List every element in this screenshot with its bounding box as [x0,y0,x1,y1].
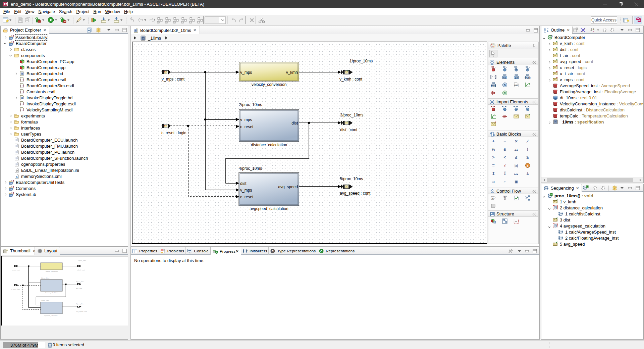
svg-text:avg_speed: avg_speed [278,185,298,189]
svg-text:v_mps: v_mps [240,188,252,193]
svg-text:0.0: 0.0 [503,77,506,79]
svg-text:≠: ≠ [504,163,506,167]
svg-text:R: R [272,250,274,253]
svg-text:v_mps: v_mps [240,117,252,122]
svg-text:1/proc_10ms: 1/proc_10ms [350,59,373,63]
svg-text:velocity_conversion: velocity_conversion [252,82,287,87]
svg-text:IF: IF [492,197,494,199]
svg-text:C: C [504,92,506,95]
svg-text:≥: ≥ [527,155,529,160]
svg-text:≥1: ≥1 [515,148,518,151]
svg-text:±: ± [527,171,529,176]
svg-text:|x|: |x| [515,164,518,167]
svg-text:S: S [504,84,506,87]
svg-text:&: & [503,147,506,151]
svg-text:c_reset: c_reset [240,124,254,129]
svg-text:>: > [492,155,494,160]
svg-text:⌐: ⌐ [504,180,506,184]
svg-text:dist: dist [291,121,298,126]
svg-text:v_mps : cont: v_mps : cont [162,77,185,82]
svg-text:2/proc_10ms: 2/proc_10ms [239,102,262,107]
svg-text:!: ! [527,147,528,152]
svg-text:avg_speed : cont: avg_speed : cont [340,191,371,196]
svg-text:▣: ▣ [515,180,518,184]
svg-text:C: C [320,250,323,253]
svg-text:IF: IF [504,196,506,198]
svg-text:avg_speed : cont: avg_speed : cont [76,311,87,312]
svg-text:ABC: ABC [514,84,519,86]
svg-text:v_kmh: v_kmh [286,70,298,75]
svg-text:v_kmh : cont: v_kmh : cont [339,77,363,82]
svg-text:5/proc_10ms: 5/proc_10ms [340,177,363,181]
svg-text:↥: ↥ [492,171,495,176]
svg-text:T: T [527,164,529,167]
svg-text:c_reset : logic: c_reset : logic [11,288,20,290]
svg-text:<: < [503,155,506,160]
svg-text:3/proc_10ms: 3/proc_10ms [76,281,84,283]
svg-text:v_mps : cont: v_mps : cont [12,269,20,271]
svg-text:1.0: 1.0 [515,77,518,79]
svg-text:4/proc_10ms: 4/proc_10ms [239,166,262,171]
svg-text:distance_calculation: distance_calculation [45,292,58,294]
svg-text:velocity_conversion: velocity_conversion [46,270,58,272]
svg-text:3/proc_10ms: 3/proc_10ms [340,113,363,117]
svg-text:⊐: ⊐ [492,180,495,184]
svg-text:2/proc_10ms: 2/proc_10ms [41,277,49,279]
svg-text:▶|◀: ▶|◀ [514,173,518,175]
svg-text:−: − [503,139,506,144]
svg-text:v_kmh : cont: v_kmh : cont [77,269,85,271]
svg-text:↧: ↧ [503,171,506,176]
svg-text:distance_calculation: distance_calculation [251,143,287,147]
svg-text:1/proc_10ms: 1/proc_10ms [78,260,86,261]
svg-text:=: = [492,163,495,168]
svg-text:v_mps: v_mps [240,70,252,75]
svg-text:z: z [593,30,594,33]
svg-text:∕: ∕ [526,139,529,144]
svg-text:dist : cont: dist : cont [76,288,83,289]
svg-text:FALSE: FALSE [525,77,531,79]
svg-text:avgspeed_calculation: avgspeed_calculation [250,206,288,211]
svg-text:c_reset: c_reset [240,195,254,199]
svg-text:TRUE: TRUE [491,85,496,87]
svg-text:✕: ✕ [515,139,518,143]
svg-text:avgspeed_calculation: avgspeed_calculation [44,315,58,316]
svg-text:dist : cont: dist : cont [340,128,358,132]
svg-text:%: % [492,147,495,151]
svg-text:c_reset : logic: c_reset : logic [161,131,186,135]
svg-text:4/proc_10ms: 4/proc_10ms [41,300,49,301]
svg-text:+: + [492,139,495,144]
svg-text:dist: dist [240,181,247,186]
svg-text:5/proc_10ms: 5/proc_10ms [76,303,84,305]
svg-text:≤: ≤ [515,155,518,160]
